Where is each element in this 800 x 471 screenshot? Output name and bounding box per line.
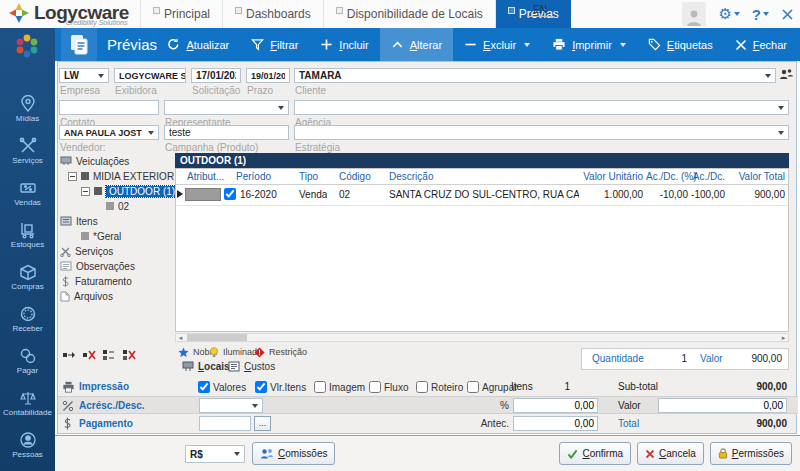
incluir-button[interactable]: Incluir — [309, 28, 379, 61]
col-acdc: Ac./Dc. — [691, 169, 725, 184]
tree-item-itens[interactable]: Itens — [60, 214, 98, 228]
antec-input[interactable] — [513, 416, 598, 431]
cell-descricao: SANTA CRUZ DO SUL-CENTRO, RUA CAPITÃO FE… — [389, 186, 579, 204]
scroll-right-icon[interactable]: ▸ — [779, 334, 788, 341]
campanha-input[interactable] — [169, 127, 284, 138]
tab-custos[interactable]: Custos — [228, 359, 275, 373]
fechar-button[interactable]: Fechar — [724, 28, 798, 61]
tree-item-veiculacoes[interactable]: Veiculações — [60, 154, 129, 168]
cancela-button[interactable]: Cancela — [637, 442, 704, 465]
checkbox-valores[interactable]: Valores — [198, 381, 246, 393]
confirma-button[interactable]: Confirma — [559, 442, 631, 465]
sidebar-item-contabilidade[interactable]: Contabilidade — [0, 389, 55, 417]
sidebar-item-vendas[interactable]: Vendas — [0, 179, 55, 207]
row-checkbox[interactable] — [224, 188, 236, 200]
printer-icon — [62, 381, 75, 393]
scroll-left-icon[interactable]: ◂ — [176, 334, 185, 341]
permissoes-button[interactable]: Permissões — [710, 442, 792, 465]
cell-acdc: -100,00 — [691, 186, 725, 204]
remove-node-icon[interactable] — [82, 349, 96, 361]
quantidade-label: Quantidade — [592, 353, 644, 364]
solicitacao-input[interactable] — [196, 70, 236, 81]
tree-item-servicos[interactable]: Serviços — [60, 244, 113, 258]
sidebar-item-pessoas[interactable]: Pessoas — [0, 431, 55, 459]
checkbox-roteiro[interactable]: Roteiro — [416, 381, 463, 393]
cliente-select[interactable]: TAMARA — [294, 68, 776, 83]
sidebar-item-receber[interactable]: Receber — [0, 305, 55, 333]
grid-title: OUTDOOR (1) — [175, 153, 789, 168]
settings-button[interactable]: ⚙ — [718, 5, 739, 23]
grid-hscrollbar[interactable]: ◂ ▸ — [175, 333, 789, 342]
user-avatar[interactable] — [682, 2, 706, 26]
acresc-row: Acrésc./Desc. % Valor — [58, 396, 798, 414]
pagamento-browse-button[interactable]: ... — [254, 416, 271, 431]
tree-item-midia-exterior[interactable]: MIDIA EXTERIOR (1) — [68, 169, 189, 183]
tab-disponibilidade[interactable]: Disponibilidade de Locais — [323, 0, 495, 28]
checkbox-vlr-itens[interactable]: Vlr.Itens — [255, 381, 306, 393]
alterar-button[interactable]: Alterar — [380, 28, 453, 61]
cell-valor-total: 900,00 — [728, 186, 785, 204]
itens-value: 1 — [538, 381, 570, 392]
campanha-field[interactable] — [164, 125, 289, 140]
exibidora-select[interactable]: LOGYCWARE SISTI — [114, 68, 186, 83]
sidebar-item-midias[interactable]: Mídias — [0, 95, 55, 123]
pagamento-field[interactable] — [199, 416, 251, 431]
agencia-select[interactable] — [294, 100, 789, 115]
tree-item-outdoor[interactable]: OUTDOOR (1) — [81, 184, 178, 198]
tab-locais[interactable]: Locais — [182, 359, 230, 373]
add-node-icon[interactable] — [62, 349, 76, 361]
pagamento-input[interactable] — [204, 418, 246, 429]
tree-item-arquivos[interactable]: Arquivos — [60, 289, 113, 303]
app-logo-flower-icon — [14, 33, 40, 59]
locais-grid[interactable]: Atribut... Período Tipo Código Descrição… — [175, 168, 789, 332]
tree-item-observacoes[interactable]: Observações — [60, 259, 135, 273]
tab-principal[interactable]: Principal — [140, 0, 222, 28]
chevron-down-icon — [278, 106, 284, 110]
representante-select[interactable] — [164, 100, 289, 115]
excluir-button[interactable]: Excluir — [453, 28, 541, 61]
clients-people-icon[interactable] — [779, 68, 794, 82]
add-branch-icon[interactable] — [102, 349, 116, 361]
sidebar-item-estoques[interactable]: Estoques — [0, 221, 55, 249]
language-selector[interactable]: EN — [527, 4, 553, 17]
vendedor-select[interactable]: ANA PAULA JOST — [59, 125, 159, 140]
prazo-input[interactable] — [251, 71, 285, 81]
contato-input[interactable] — [64, 102, 154, 113]
checkbox-imagem[interactable]: Imagem — [314, 381, 365, 393]
tree-item-02[interactable]: 02 — [106, 199, 129, 213]
close-window-button[interactable] — [781, 8, 794, 21]
sidebar-item-servicos[interactable]: Serviços — [0, 137, 55, 165]
etiquetas-button[interactable]: Etiquetas — [637, 28, 724, 61]
tree-item-faturamento[interactable]: Faturamento — [60, 274, 132, 288]
acresc-select[interactable] — [199, 398, 263, 413]
solicitacao-field[interactable] — [191, 68, 241, 83]
estrategia-select[interactable] — [294, 125, 789, 140]
pct-input[interactable] — [513, 398, 598, 413]
pagamento-row: Pagamento ... Antec. Total 900,00 — [58, 415, 798, 433]
balance-scale-icon — [19, 389, 37, 407]
imprimir-button[interactable]: Imprimir — [541, 28, 637, 61]
app-window: Logycware Credibility Solutions Principa… — [0, 0, 800, 471]
minus-icon — [464, 38, 477, 51]
sidebar: Mídias Serviços Vendas Estoques Compras — [0, 28, 55, 471]
tab-dashboards[interactable]: Dashboards — [222, 0, 323, 28]
help-button[interactable]: ? — [752, 6, 769, 23]
comissoes-button[interactable]: Comissões — [252, 442, 335, 465]
acresc-valor-input[interactable] — [658, 398, 787, 413]
atualizar-button[interactable]: Atualizar — [156, 28, 240, 61]
sidebar-item-compras[interactable]: Compras — [0, 263, 55, 291]
tree-item-geral[interactable]: *Geral — [81, 229, 121, 243]
scroll-thumb[interactable] — [187, 334, 247, 341]
sidebar-item-pagar[interactable]: Pagar — [0, 347, 55, 375]
remove-branch-icon[interactable] — [122, 349, 136, 361]
currency-select[interactable]: R$ — [185, 445, 245, 463]
collapse-icon[interactable] — [81, 187, 90, 196]
filtrar-button[interactable]: Filtrar — [240, 28, 309, 61]
empresa-select[interactable]: LW — [59, 68, 109, 83]
acresc-valor-label: Valor — [618, 400, 641, 411]
collapse-icon[interactable] — [68, 172, 77, 181]
checkbox-agrupar[interactable]: Agrupar — [467, 381, 518, 393]
prazo-field[interactable] — [246, 68, 290, 83]
contato-field[interactable] — [59, 100, 159, 115]
checkbox-fluxo[interactable]: Fluxo — [369, 381, 408, 393]
